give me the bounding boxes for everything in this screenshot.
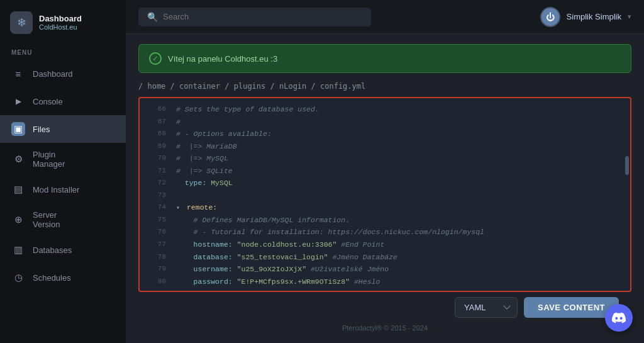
bottom-bar: YAML JSON TOML SAVE CONTENT <box>138 292 631 324</box>
table-row: 77 hostname: "node.coldhost.eu:3306" #En… <box>140 239 630 251</box>
version-icon: ⊕ <box>11 213 25 227</box>
avatar: ⏻ <box>540 7 560 27</box>
sidebar-nav: ≡ Dashboard ▶ Console ▣ Files ⚙ PluginMa… <box>0 60 126 291</box>
menu-label: MENU <box>0 43 126 60</box>
sidebar-item-label: Console <box>33 97 63 106</box>
table-row: 66 # Sets the type of database used. <box>140 103 630 116</box>
databases-icon: ▥ <box>11 243 25 257</box>
sidebar: ❄ Dashboard ColdHost.eu MENU ≡ Dashboard… <box>0 0 126 343</box>
table-row: 69 # |=> MariaDB <box>140 140 630 153</box>
format-select[interactable]: YAML JSON TOML <box>455 297 518 318</box>
schedules-icon: ◷ <box>11 271 25 284</box>
table-row: 75 # Defines MariaDB/MySQL information. <box>140 214 630 227</box>
breadcrumb: / home / container / plugins / nLogin / … <box>138 82 631 91</box>
discord-button[interactable] <box>605 304 633 332</box>
search-icon: 🔍 <box>147 12 158 22</box>
sidebar-item-label: ServerVersion <box>33 210 60 229</box>
sidebar-item-label: PluginManager <box>33 150 65 169</box>
user-name: Simplik Simplik <box>567 12 621 21</box>
app-title: Dashboard <box>39 14 82 24</box>
console-icon: ▶ <box>11 94 25 108</box>
table-row: 71 # |=> SQLite <box>140 165 630 177</box>
code-lines[interactable]: 66 # Sets the type of database used. 67 … <box>140 98 630 291</box>
logo-text: Dashboard ColdHost.eu <box>39 14 82 32</box>
chevron-down-icon: ▾ <box>628 13 631 21</box>
logo-icon: ❄ <box>10 11 33 34</box>
sidebar-item-label: Dashboard <box>33 69 73 79</box>
footer: Pterodactyl® © 2015 - 2024 <box>138 324 631 337</box>
success-banner: ✓ Vítej na panelu Coldhost.eu :3 <box>138 44 631 73</box>
table-row: 73 <box>140 189 630 202</box>
search-input[interactable] <box>163 12 362 21</box>
sidebar-item-label: Mod Installer <box>33 185 79 194</box>
banner-text: Vítej na panelu Coldhost.eu :3 <box>168 54 277 64</box>
files-icon: ▣ <box>11 122 25 136</box>
user-area: ⏻ Simplik Simplik ▾ <box>540 7 631 27</box>
check-icon: ✓ <box>149 52 162 65</box>
scrollbar-indicator <box>625 156 629 175</box>
table-row: 68 # - Options available: <box>140 128 630 140</box>
mod-icon: ▤ <box>11 183 25 196</box>
table-row: 80 password: "E!P+MCfps9sx.+WRm9OTiSz8" … <box>140 276 630 288</box>
main-content: 🔍 ⏻ Simplik Simplik ▾ ✓ Vítej na panelu … <box>126 0 644 343</box>
sidebar-item-dashboard[interactable]: ≡ Dashboard <box>0 60 126 87</box>
app-subtitle: ColdHost.eu <box>39 23 82 31</box>
code-editor[interactable]: 66 # Sets the type of database used. 67 … <box>140 98 630 291</box>
sidebar-item-files[interactable]: ▣ Files <box>0 115 126 143</box>
code-editor-wrapper: 66 # Sets the type of database used. 67 … <box>138 97 631 292</box>
table-row: 70 # |=> MySQL <box>140 152 630 165</box>
table-row: 67 # <box>140 116 630 128</box>
sidebar-item-schedules[interactable]: ◷ Schedules <box>0 264 126 291</box>
table-row: 74 ▾ remote: <box>140 201 630 214</box>
dashboard-icon: ≡ <box>11 67 25 81</box>
sidebar-item-server-version[interactable]: ⊕ ServerVersion <box>0 203 126 236</box>
page-content: ✓ Vítej na panelu Coldhost.eu :3 / home … <box>126 34 644 343</box>
sidebar-item-label: Schedules <box>33 273 71 283</box>
plugin-icon: ⚙ <box>11 152 25 166</box>
sidebar-item-plugin-manager[interactable]: ⚙ PluginManager <box>0 143 126 176</box>
table-row: 78 database: "s25_testovaci_login" #Jmén… <box>140 251 630 264</box>
table-row: 76 # - Tutorial for installation: https:… <box>140 226 630 239</box>
sidebar-item-label: Databases <box>33 245 72 255</box>
search-box[interactable]: 🔍 <box>138 8 371 26</box>
table-row: 79 username: "u25_9oX2IoJXjX" #Uživatels… <box>140 263 630 276</box>
sidebar-item-mod-installer[interactable]: ▤ Mod Installer <box>0 176 126 203</box>
sidebar-logo: ❄ Dashboard ColdHost.eu <box>0 0 126 43</box>
topbar: 🔍 ⏻ Simplik Simplik ▾ <box>126 0 644 34</box>
table-row: 72 type: MySQL <box>140 177 630 189</box>
sidebar-item-databases[interactable]: ▥ Databases <box>0 236 126 264</box>
sidebar-item-label: Files <box>33 125 50 134</box>
sidebar-item-console[interactable]: ▶ Console <box>0 87 126 115</box>
